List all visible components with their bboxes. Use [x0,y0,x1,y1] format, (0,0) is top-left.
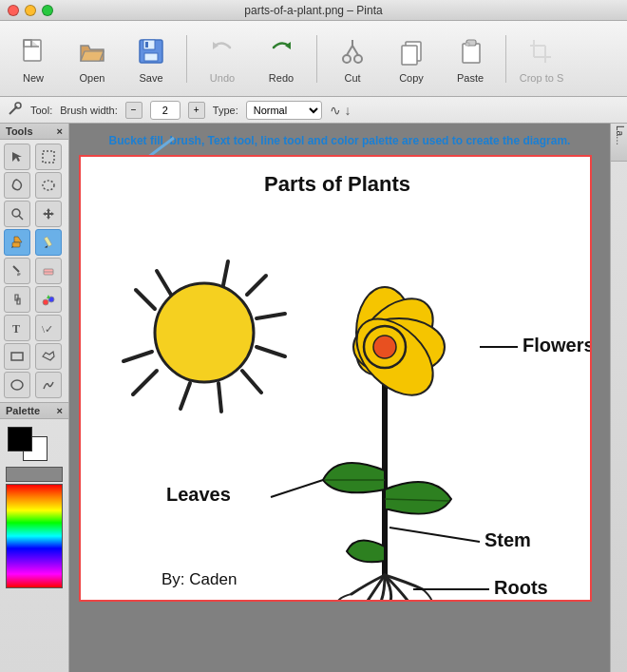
undo-icon [205,34,239,68]
svg-line-44 [124,352,152,361]
brush-width-increase[interactable]: + [188,102,205,119]
foreground-color[interactable] [8,427,32,451]
paint-bucket-tool[interactable] [4,229,30,256]
svg-rect-17 [466,43,469,46]
svg-text:T: T [12,322,20,336]
lasso-tool[interactable] [4,172,30,199]
svg-line-47 [223,261,228,285]
clone-tool[interactable] [4,286,30,313]
brush-width-input[interactable] [150,101,180,120]
svg-rect-29 [44,237,51,247]
arrow-tool[interactable] [4,144,30,170]
palette-collapse[interactable]: × [57,405,63,416]
redo-button[interactable]: Redo [254,27,309,91]
tool-label: Tool: [30,105,52,116]
path-icon: ∿ ↓ [330,103,352,118]
paste-button[interactable]: Paste [443,27,498,91]
svg-line-53 [180,383,190,409]
svg-line-52 [218,383,221,412]
gray-swatch[interactable] [6,467,63,482]
new-label: New [23,72,44,84]
svg-line-27 [19,216,23,220]
minimize-button[interactable] [25,5,36,16]
color-display [8,427,49,461]
svg-point-62 [373,336,396,358]
save-label: Save [139,72,162,84]
svg-rect-37 [11,353,23,360]
undo-label: Undo [210,72,235,84]
annotation-text: Bucket fill, brush, Text tool, line tool… [79,133,600,149]
plant-diagram: Parts of Plants [81,157,592,602]
svg-line-67 [390,528,480,542]
main-toolbar: New Open Save Undo [0,21,627,97]
svg-rect-15 [463,44,480,63]
svg-point-33 [43,299,48,305]
brush-width-decrease[interactable]: − [125,102,142,119]
svg-line-51 [242,371,261,393]
save-icon [134,34,168,68]
color-picker-tool[interactable] [35,286,62,313]
svg-line-48 [247,276,266,295]
rect-tool[interactable] [4,343,30,370]
svg-point-25 [43,181,54,190]
svg-line-50 [256,347,285,356]
separator-3 [505,35,506,83]
cut-button[interactable]: Cut [325,27,380,91]
maximize-button[interactable] [42,5,53,16]
palette-section [0,419,68,594]
cut-label: Cut [344,72,360,84]
new-button[interactable]: New [6,27,61,91]
close-button[interactable] [8,5,19,16]
cut-icon [335,34,370,68]
svg-text:By: Caden: By: Caden [162,570,237,588]
svg-point-9 [354,55,362,63]
svg-point-23 [15,103,21,108]
color-strip[interactable] [6,467,63,590]
canvas-frame[interactable]: Parts of Plants [79,155,592,602]
right-panel: La… [610,124,627,672]
tools-grid: T \✓ [0,140,68,402]
eraser-tool[interactable] [35,258,62,284]
svg-line-49 [256,314,285,318]
text-tool[interactable]: T [4,315,30,341]
copy-button[interactable]: Copy [384,27,439,91]
ellipse-tool[interactable] [4,372,30,398]
freeform-tool[interactable] [35,343,62,370]
brush-tool[interactable] [4,258,30,284]
svg-point-42 [155,283,254,382]
select-ellipse-tool[interactable] [35,172,62,199]
svg-point-26 [12,209,20,217]
tools-collapse[interactable]: × [57,125,63,137]
svg-text:Leaves: Leaves [166,484,231,505]
freeform2-tool[interactable] [35,372,62,398]
formula-tool[interactable]: \✓ [35,315,62,341]
redo-icon [264,34,298,68]
undo-button[interactable]: Undo [195,27,250,91]
crop-label: Crop to S [520,72,563,84]
pencil-tool[interactable] [35,229,62,256]
type-select[interactable]: Normal Soft Hard [246,101,322,120]
svg-text:Roots: Roots [494,577,548,598]
zoom-tool[interactable] [4,201,30,227]
copy-icon [394,34,428,68]
tool-icon [8,101,23,119]
left-toolbar: Tools × [0,124,69,672]
redo-label: Redo [269,72,294,84]
svg-text:Flowers: Flowers [522,335,592,355]
palette-header: Palette × [0,402,68,419]
svg-rect-3 [143,40,155,49]
tools-header: Tools × [0,124,68,140]
svg-line-10 [347,46,352,55]
main-area: Tools × [0,124,627,672]
color-gradient[interactable] [6,484,63,588]
layers-header: La… [611,124,627,162]
move-tool[interactable] [35,201,62,227]
svg-point-8 [343,55,351,63]
select-rect-tool[interactable] [35,144,62,170]
brush-width-label: Brush width: [60,105,118,116]
palette-label: Palette [6,405,40,416]
crop-button[interactable]: Crop to S [514,27,569,91]
save-button[interactable]: Save [124,27,179,91]
window-title: parts-of-a-plant.png – Pinta [244,4,382,17]
open-button[interactable]: Open [65,27,120,91]
